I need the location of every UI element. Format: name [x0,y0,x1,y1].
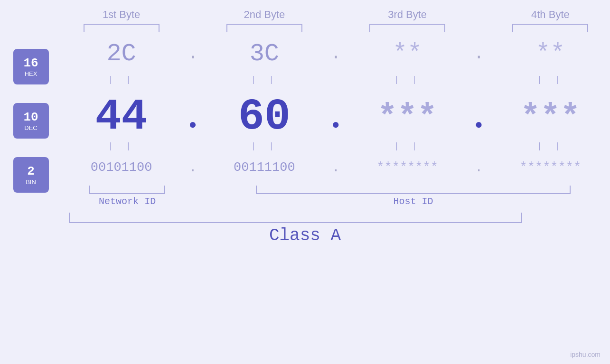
dec-row: 44 ● 60 ● *** ● *** [62,87,610,139]
bin-sep-3: . [467,160,491,175]
badge-bin: 2 BIN [13,157,49,193]
dec-byte-4: *** [491,96,610,139]
host-id-label: Host ID [216,196,610,207]
class-a-label: Class A [0,226,610,245]
data-columns: 2C . 3C . ** . ** | | | | | | | | 44 [62,35,610,207]
watermark: ipshu.com [570,351,601,358]
dec-byte-1: 44 [62,95,181,139]
class-bracket-wrap [69,213,601,223]
equals-1-b3: | | [348,75,467,84]
badge-sidebar: 16 HEX 10 DEC 2 BIN [0,35,62,207]
bracket-bottom-host [256,186,571,194]
equals-2-b1: | | [62,141,181,151]
badge-hex-number: 16 [23,56,38,70]
bracket-top-1 [62,24,181,32]
hex-byte-1: 2C [62,40,181,68]
hex-byte-2: 3C [205,40,324,68]
main-container: 1st Byte 2nd Byte 3rd Byte 4th Byte 16 [0,0,610,364]
network-bracket-wrap [62,186,193,194]
hex-row: 2C . 3C . ** . ** [62,35,610,73]
equals-row-2: | | | | | | | | [62,139,610,153]
top-brackets-row [62,24,610,32]
hex-sep-1: . [181,44,205,64]
hex-byte-3: ** [348,40,467,68]
badge-dec-label: DEC [24,124,37,131]
byte-header-3: 3rd Byte [348,9,467,21]
badge-dec: 10 DEC [13,103,49,139]
equals-1-b2: | | [205,75,324,84]
equals-1-b4: | | [491,75,610,84]
bin-byte-3: ******** [348,160,467,175]
equals-1-b1: | | [62,75,181,84]
bin-byte-4: ******** [491,160,610,175]
bin-sep-2: . [324,160,348,175]
byte-header-1: 1st Byte [62,9,181,21]
main-data-area: 16 HEX 10 DEC 2 BIN 2C . 3C . ** . ** [0,35,610,207]
network-id-label: Network ID [62,196,193,207]
hex-sep-2: . [324,44,348,64]
dec-sep-1: ● [181,118,205,139]
bin-byte-1: 00101100 [62,160,181,175]
byte-header-4: 4th Byte [491,9,610,21]
dec-byte-3: *** [348,96,467,139]
badge-hex: 16 HEX [13,49,49,84]
equals-row-1: | | | | | | | | [62,73,610,87]
bin-sep-1: . [181,160,205,175]
dec-sep-3: ● [467,118,491,139]
id-labels-row: Network ID Host ID [62,196,610,207]
dec-sep-2: ● [324,118,348,139]
badge-bin-label: BIN [26,178,36,186]
byte-header-2: 2nd Byte [205,9,324,21]
host-bracket-wrap [216,186,610,194]
bracket-top-4 [491,24,610,32]
dec-byte-2: 60 [205,95,324,139]
equals-2-b4: | | [491,141,610,151]
bottom-brackets-row [62,186,610,194]
badge-hex-label: HEX [25,70,38,77]
byte-headers-row: 1st Byte 2nd Byte 3rd Byte 4th Byte [62,9,610,21]
bracket-top-3 [348,24,467,32]
hex-sep-3: . [467,44,491,64]
bracket-top-2 [205,24,324,32]
equals-2-b2: | | [205,141,324,151]
equals-2-b3: | | [348,141,467,151]
bin-byte-2: 00111100 [205,160,324,175]
hex-byte-4: ** [491,40,610,68]
class-bracket [69,213,522,223]
bin-row: 00101100 . 00111100 . ******** . *******… [62,153,610,182]
badge-dec-number: 10 [23,110,38,124]
badge-bin-number: 2 [27,164,35,178]
bracket-bottom-network [89,186,165,194]
